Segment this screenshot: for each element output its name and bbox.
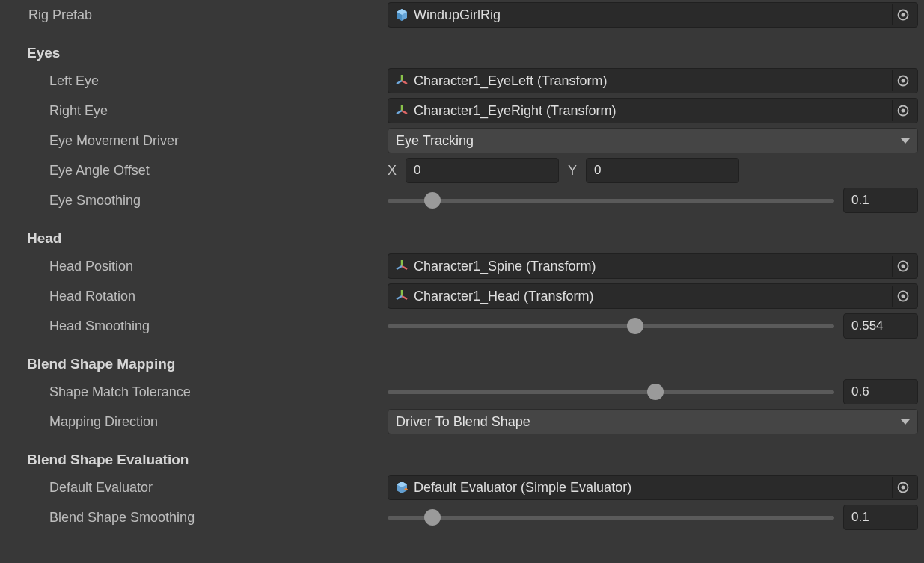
row-blend-smoothing: Blend Shape Smoothing bbox=[28, 502, 918, 532]
header-label-blend-mapping: Blend Shape Mapping bbox=[27, 356, 386, 372]
label-eye-driver: Eye Movement Driver bbox=[28, 133, 388, 149]
object-picker-button[interactable] bbox=[892, 286, 913, 307]
transform-icon bbox=[394, 73, 409, 88]
input-eye-angle-x[interactable] bbox=[406, 158, 559, 183]
label-rig-prefab: Rig Prefab bbox=[28, 7, 388, 23]
row-head-rotation: Head Rotation Character1_Head (Transform… bbox=[28, 281, 918, 311]
input-shape-tolerance[interactable] bbox=[843, 379, 918, 404]
slider-thumb[interactable] bbox=[424, 509, 441, 526]
header-blend-eval: Blend Shape Evaluation bbox=[28, 437, 918, 473]
field-head-rotation[interactable]: Character1_Head (Transform) bbox=[388, 283, 918, 309]
chevron-down-icon bbox=[901, 419, 910, 425]
object-picker-button[interactable] bbox=[892, 477, 913, 498]
dropdown-eye-driver[interactable]: Eye Tracking bbox=[388, 128, 918, 153]
slider-head-smoothing[interactable] bbox=[388, 313, 834, 339]
field-head-position[interactable]: Character1_Spine (Transform) bbox=[388, 253, 918, 279]
label-head-smoothing: Head Smoothing bbox=[28, 319, 388, 334]
value-left-eye: Character1_EyeLeft (Transform) bbox=[414, 73, 884, 89]
row-head-smoothing: Head Smoothing bbox=[28, 311, 918, 341]
object-picker-button[interactable] bbox=[892, 256, 913, 277]
field-right-eye[interactable]: Character1_EyeRight (Transform) bbox=[388, 98, 918, 123]
slider-shape-tolerance[interactable] bbox=[388, 379, 834, 404]
header-head: Head bbox=[28, 215, 918, 251]
dropdown-mapping-direction[interactable]: Driver To Blend Shape bbox=[388, 409, 918, 434]
vector-y-label: Y bbox=[568, 163, 577, 179]
value-mapping-direction: Driver To Blend Shape bbox=[396, 414, 895, 430]
input-head-smoothing[interactable] bbox=[843, 313, 918, 339]
input-eye-smoothing[interactable] bbox=[843, 188, 918, 213]
label-blend-smoothing: Blend Shape Smoothing bbox=[28, 510, 388, 526]
field-left-eye[interactable]: Character1_EyeLeft (Transform) bbox=[388, 68, 918, 93]
value-rig-prefab: WindupGirlRig bbox=[414, 7, 884, 23]
row-right-eye: Right Eye Character1_EyeRight (Transform… bbox=[28, 96, 918, 126]
slider-eye-smoothing[interactable] bbox=[388, 188, 834, 213]
transform-icon bbox=[394, 103, 409, 118]
label-shape-tolerance: Shape Match Tolerance bbox=[28, 384, 388, 400]
slider-track bbox=[388, 324, 834, 328]
input-eye-angle-y[interactable] bbox=[586, 158, 739, 183]
row-shape-tolerance: Shape Match Tolerance bbox=[28, 377, 918, 407]
value-head-position: Character1_Spine (Transform) bbox=[414, 259, 884, 274]
value-default-evaluator: Default Evaluator (Simple Evaluator) bbox=[414, 480, 884, 496]
row-rig-prefab: Rig Prefab WindupGirlRig bbox=[28, 0, 918, 30]
label-default-evaluator: Default Evaluator bbox=[28, 480, 388, 496]
row-eye-smoothing: Eye Smoothing bbox=[28, 185, 918, 215]
slider-track bbox=[388, 390, 834, 394]
input-blend-smoothing[interactable] bbox=[843, 505, 918, 530]
field-rig-prefab[interactable]: WindupGirlRig bbox=[388, 2, 918, 28]
slider-thumb[interactable] bbox=[647, 384, 664, 400]
header-label-blend-eval: Blend Shape Evaluation bbox=[27, 452, 386, 468]
slider-thumb[interactable] bbox=[627, 318, 643, 334]
label-left-eye: Left Eye bbox=[28, 73, 388, 89]
label-mapping-direction: Mapping Direction bbox=[28, 414, 388, 430]
prefab-icon bbox=[394, 7, 409, 22]
slider-track bbox=[388, 516, 834, 520]
slider-thumb[interactable] bbox=[424, 192, 441, 209]
header-label-eyes: Eyes bbox=[27, 45, 386, 61]
value-eye-driver: Eye Tracking bbox=[396, 133, 895, 149]
object-picker-button[interactable] bbox=[892, 70, 913, 91]
transform-icon bbox=[394, 259, 409, 274]
vector-x-label: X bbox=[388, 163, 397, 179]
label-head-position: Head Position bbox=[28, 259, 388, 274]
transform-icon bbox=[394, 289, 409, 304]
object-picker-button[interactable] bbox=[892, 4, 913, 25]
scriptable-object-icon bbox=[394, 480, 409, 495]
chevron-down-icon bbox=[901, 138, 910, 144]
field-default-evaluator[interactable]: Default Evaluator (Simple Evaluator) bbox=[388, 475, 918, 500]
slider-track bbox=[388, 199, 834, 203]
label-right-eye: Right Eye bbox=[28, 103, 388, 119]
row-head-position: Head Position Character1_Spine (Transfor… bbox=[28, 251, 918, 281]
label-eye-smoothing: Eye Smoothing bbox=[28, 193, 388, 209]
label-eye-angle-offset: Eye Angle Offset bbox=[28, 163, 388, 179]
slider-blend-smoothing[interactable] bbox=[388, 505, 834, 530]
header-blend-mapping: Blend Shape Mapping bbox=[28, 341, 918, 377]
value-head-rotation: Character1_Head (Transform) bbox=[414, 289, 884, 304]
row-default-evaluator: Default Evaluator Default Evaluator (Sim… bbox=[28, 473, 918, 502]
label-head-rotation: Head Rotation bbox=[28, 289, 388, 304]
row-eye-angle-offset: Eye Angle Offset X Y bbox=[28, 156, 918, 185]
inspector-panel: Rig Prefab WindupGirlRig Eyes Left Eye C… bbox=[0, 0, 924, 547]
header-label-head: Head bbox=[27, 230, 386, 247]
header-eyes: Eyes bbox=[28, 30, 918, 66]
object-picker-button[interactable] bbox=[892, 100, 913, 121]
row-left-eye: Left Eye Character1_EyeLeft (Transform) bbox=[28, 66, 918, 96]
row-eye-driver: Eye Movement Driver Eye Tracking bbox=[28, 126, 918, 156]
row-mapping-direction: Mapping Direction Driver To Blend Shape bbox=[28, 407, 918, 437]
value-right-eye: Character1_EyeRight (Transform) bbox=[414, 103, 884, 119]
